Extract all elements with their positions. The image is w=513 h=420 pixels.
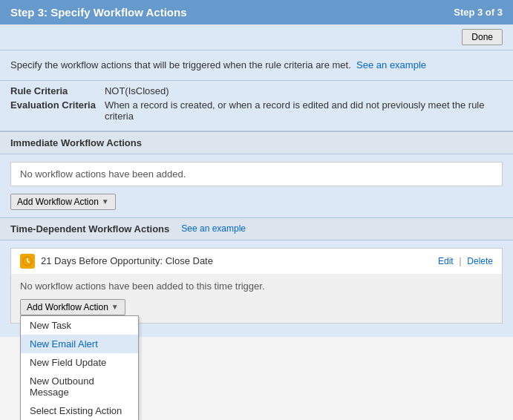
menu-item-new-field-update[interactable]: New Field Update: [21, 353, 138, 372]
time-trigger-icon: [20, 254, 35, 269]
menu-item-new-email-alert-link[interactable]: New Email Alert: [30, 338, 98, 350]
immediate-section-title: Immediate Workflow Actions: [10, 137, 142, 148]
time-add-workflow-dropdown: Add Workflow Action ▼ New Task New Email…: [20, 299, 125, 315]
time-trigger-content: No workflow actions have been added to t…: [11, 275, 502, 323]
immediate-add-btn-arrow: ▼: [102, 197, 109, 206]
time-no-actions-text: No workflow actions have been added to t…: [20, 280, 493, 292]
step-info: Step 3 of 3: [454, 7, 503, 18]
page-title: Step 3: Specify Workflow Actions: [10, 6, 187, 19]
menu-item-select-existing-action[interactable]: Select Existing Action: [21, 401, 138, 420]
immediate-no-actions-text: No workflow actions have been added.: [20, 168, 186, 180]
time-section-title: Time-Dependent Workflow Actions: [10, 223, 169, 234]
menu-item-new-task[interactable]: New Task: [21, 316, 138, 335]
page-header: Step 3: Specify Workflow Actions Step 3 …: [0, 0, 513, 24]
time-trigger-label: 21 Days Before Opportunity: Close Date: [41, 255, 432, 266]
menu-item-new-email-alert[interactable]: New Email Alert: [21, 335, 138, 353]
see-example-link-1[interactable]: See an example: [356, 59, 426, 70]
top-bar: Done: [0, 24, 513, 50]
time-add-workflow-btn[interactable]: Add Workflow Action ▼: [20, 299, 125, 315]
description-area: Specify the workflow actions that will b…: [0, 50, 513, 81]
immediate-no-actions: No workflow actions have been added.: [10, 162, 503, 186]
time-section-content: 21 Days Before Opportunity: Close Date E…: [0, 240, 513, 337]
time-trigger-header: 21 Days Before Opportunity: Close Date E…: [11, 249, 502, 275]
immediate-add-btn-label: Add Workflow Action: [17, 197, 99, 207]
immediate-section-content: No workflow actions have been added. Add…: [0, 154, 513, 217]
description-text: Specify the workflow actions that will b…: [10, 59, 351, 70]
done-button[interactable]: Done: [462, 29, 503, 45]
rule-criteria-label: Rule Criteria: [10, 84, 105, 98]
time-dropdown-menu: New Task New Email Alert New Field Updat…: [20, 315, 139, 421]
time-trigger-separator: |: [459, 255, 461, 266]
time-trigger-delete-link[interactable]: Delete: [467, 256, 493, 266]
time-trigger-actions: Edit | Delete: [438, 255, 493, 266]
time-section-header: Time-Dependent Workflow Actions See an e…: [0, 217, 513, 240]
eval-criteria-value: When a record is created, or when a reco…: [105, 98, 503, 123]
immediate-section-header: Immediate Workflow Actions: [0, 131, 513, 154]
time-trigger-edit-link[interactable]: Edit: [438, 256, 454, 266]
time-see-example-link[interactable]: See an example: [181, 223, 246, 234]
time-add-btn-arrow: ▼: [111, 303, 119, 311]
menu-item-new-outbound-message[interactable]: New Outbound Message: [21, 372, 138, 401]
eval-criteria-label: Evaluation Criteria: [10, 98, 105, 123]
rule-info-section: Rule Criteria NOT(IsClosed) Evaluation C…: [0, 81, 513, 131]
time-add-btn-label: Add Workflow Action: [27, 302, 108, 312]
rule-criteria-value: NOT(IsClosed): [105, 84, 503, 98]
immediate-add-workflow-btn[interactable]: Add Workflow Action ▼: [10, 194, 116, 210]
time-trigger-box: 21 Days Before Opportunity: Close Date E…: [10, 248, 503, 324]
